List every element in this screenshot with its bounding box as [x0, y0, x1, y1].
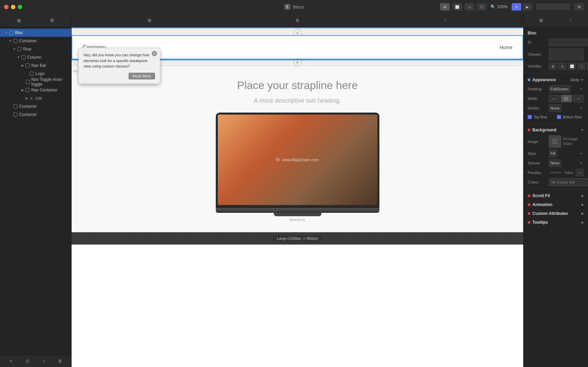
- style-row: Style Fill: [524, 149, 588, 158]
- padding-select[interactable]: FullScreen: [549, 85, 570, 93]
- bottom-row-label: Bottom Row: [563, 115, 582, 119]
- layers-icon[interactable]: ⊞: [14, 16, 24, 25]
- vis-tablet-btn[interactable]: ⬜: [568, 62, 576, 70]
- traffic-lights: [4, 5, 22, 9]
- image-size: 0x0px: [563, 142, 584, 146]
- tree-arrow-list: ▶: [25, 96, 29, 100]
- tree-placeholder-logo: [25, 72, 29, 76]
- minimize-button[interactable]: [11, 5, 15, 9]
- video-toggle[interactable]: ▷: [576, 169, 584, 176]
- tree-label-column: Column: [27, 55, 41, 60]
- animation-collapse-icon: ▶: [582, 203, 584, 206]
- tooltips-label: Tooltips: [532, 220, 582, 225]
- image-preview[interactable]: 🖼: [549, 135, 561, 148]
- hamburger-btn[interactable]: ≡: [6, 356, 16, 366]
- subheading: A more descriptive sub heading.: [82, 97, 513, 104]
- vis-desktop-btn[interactable]: 🖥: [549, 62, 557, 70]
- padding-label: Padding: [528, 87, 547, 91]
- tree-item-column[interactable]: ▼ Column: [0, 53, 71, 61]
- columns-btn[interactable]: ⊟: [22, 356, 32, 366]
- canvas-toolbar: ⊞ ⧉ ↑: [72, 14, 523, 27]
- maximize-button[interactable]: [18, 5, 22, 9]
- colour-input[interactable]: [549, 178, 588, 186]
- tooltips-section-header[interactable]: Tooltips ▶: [524, 218, 588, 227]
- zoom-control[interactable]: 🔍 100%: [491, 4, 508, 9]
- tree-item-logo[interactable]: Logo: [0, 70, 71, 78]
- tree-item-list[interactable]: ▶ ≡ List: [0, 94, 71, 102]
- tooltip-read-more-btn[interactable]: Read More: [129, 73, 155, 79]
- add-bloc-btn[interactable]: +: [39, 356, 49, 366]
- tooltips-dot: [528, 221, 530, 224]
- width-btn-right[interactable]: →: [573, 95, 584, 102]
- main-area: ⊞ ⧉ ▼ Bloc ▼ Container: [0, 14, 588, 367]
- breakpoint-mobile[interactable]: ☐: [477, 3, 486, 11]
- scroll-fx-section-header[interactable]: Scroll FX ▶: [524, 191, 588, 200]
- bloc-icon: [9, 30, 14, 35]
- tree-item-container2[interactable]: Container: [0, 102, 71, 111]
- classes-label: Classes: [528, 52, 547, 56]
- width-btn-left[interactable]: ←: [549, 95, 560, 102]
- add-bloc-below-btn[interactable]: +: [293, 58, 302, 67]
- align-center-btn[interactable]: ⧉: [292, 16, 302, 25]
- align-left-btn[interactable]: ⊞: [145, 16, 154, 25]
- breakpoint-tablet-lg[interactable]: ⬜: [452, 3, 462, 11]
- tree-label-nav-container: Nav Container: [31, 88, 58, 92]
- bottom-row-group: ✓ Bottom Row: [557, 115, 584, 119]
- background-section-header[interactable]: Background ▼: [524, 126, 588, 134]
- tree-item-nav-bar[interactable]: ▶ Nav Bar: [0, 61, 71, 70]
- app-icon: B: [284, 4, 290, 10]
- top-row-label: Top Row: [534, 115, 547, 119]
- tree-item-bloc[interactable]: ▼ Bloc: [0, 29, 71, 37]
- tree-arrow-bloc: ▼: [4, 31, 8, 35]
- animation-section-header[interactable]: Animation ▶: [524, 200, 588, 209]
- tooltip-close-btn[interactable]: ×: [152, 51, 157, 56]
- tree-label-list: List: [35, 96, 42, 101]
- vis-tablet-lg-btn[interactable]: ⊡: [558, 62, 567, 70]
- width-btn-center[interactable]: ⊟: [561, 95, 572, 102]
- row-icon: [17, 47, 22, 52]
- page-name-input[interactable]: Home: [536, 3, 570, 10]
- view-btn-play[interactable]: ▶: [523, 3, 532, 11]
- scroll-fx-label: Scroll FX: [532, 193, 582, 198]
- tree-item-container[interactable]: ▼ Container: [0, 37, 71, 45]
- tree-item-row[interactable]: ▼ Row: [0, 45, 71, 53]
- parallax-slider[interactable]: [549, 172, 562, 173]
- titlebar-right: 🖥 ⬜ ▭ ☐ 🔍 100% ⊞ ▶ Home ⚙: [440, 3, 584, 11]
- custom-attrs-section-header[interactable]: Custom Attributes ▶: [524, 209, 588, 218]
- close-button[interactable]: [4, 5, 9, 9]
- export-btn[interactable]: ↑: [440, 16, 450, 25]
- right-toolbar: ⊞ ↑: [524, 14, 588, 27]
- tree-item-nav-toggle[interactable]: Nav Toggle #nav-toggle: [0, 78, 71, 86]
- titlebar: B Blocs 🖥 ⬜ ▭ ☐ 🔍 100% ⊞ ▶ Home ⚙: [0, 0, 588, 14]
- id-input[interactable]: [549, 39, 588, 46]
- zoom-level: 100%: [497, 4, 508, 9]
- image-row: Image 🖼 No Image 0x0px: [524, 134, 588, 149]
- top-row-checkbox[interactable]: ✓: [528, 115, 532, 119]
- right-tool-1[interactable]: ⊞: [536, 16, 546, 25]
- page-settings-btn[interactable]: ⚙: [574, 3, 584, 11]
- canvas-row-section: ROW Place your strapline here A more des…: [72, 69, 523, 232]
- copy-icon[interactable]: ⧉: [47, 16, 57, 25]
- vis-mobile-btn[interactable]: ☐: [577, 62, 586, 70]
- right-tool-2[interactable]: ↑: [566, 16, 575, 25]
- view-btn-preview[interactable]: ⊞: [512, 3, 521, 11]
- delete-btn[interactable]: 🗑: [56, 356, 65, 366]
- tree-item-container3[interactable]: Container: [0, 111, 71, 119]
- bottom-row-checkbox[interactable]: ✓: [557, 115, 561, 119]
- container3-icon: [13, 112, 18, 117]
- visibility-label: Visibility: [528, 64, 547, 68]
- parallax-row: Parallax Video ▷: [524, 168, 588, 177]
- style-select[interactable]: Fill: [549, 150, 557, 157]
- parallax-label: Parallax: [528, 171, 547, 175]
- divider-select[interactable]: None: [549, 104, 561, 112]
- texture-select[interactable]: None: [549, 159, 561, 167]
- breakpoint-tablet[interactable]: ▭: [465, 3, 474, 11]
- tree-item-nav-container[interactable]: ▶ Nav Container: [0, 86, 71, 94]
- custom-attrs-dot: [528, 212, 530, 215]
- nav-link-home: Home: [500, 45, 512, 50]
- divider-row: Divider None: [524, 103, 588, 113]
- breakpoint-desktop[interactable]: 🖥: [440, 3, 450, 11]
- tree-placeholder-container2: [8, 104, 12, 108]
- appearance-section-header[interactable]: Appearance Sticky ▼: [524, 75, 588, 84]
- padding-row: Padding FullScreen: [524, 84, 588, 94]
